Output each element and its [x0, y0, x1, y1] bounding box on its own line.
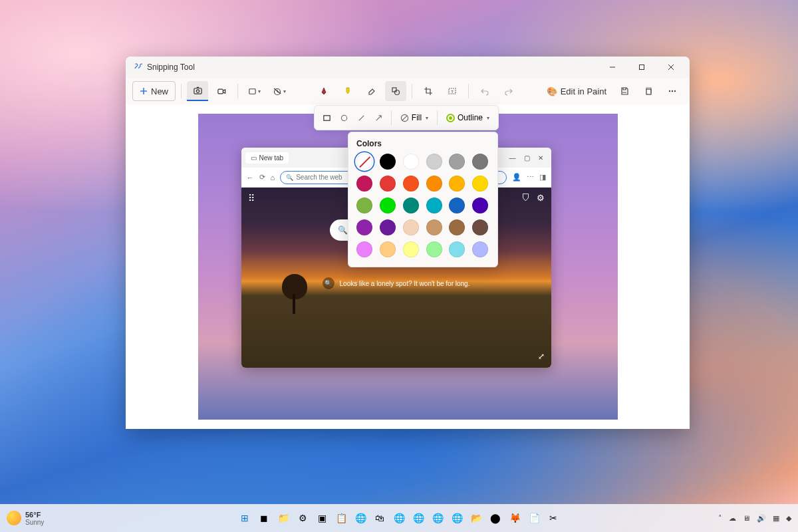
color-swatch-tan[interactable] — [426, 219, 442, 235]
taskbar-firefox[interactable]: 🦊 — [506, 509, 523, 527]
color-swatch-yellow[interactable] — [472, 176, 488, 192]
tray-chevron-icon[interactable]: ˄ — [718, 514, 722, 523]
color-panel: Colors — [348, 132, 498, 267]
crop-button[interactable] — [418, 81, 439, 101]
taskbar-store[interactable]: 🛍 — [371, 509, 388, 527]
main-toolbar: New ▾ ▾ T 🎨 Edit in Paint — [126, 78, 690, 104]
close-button[interactable] — [656, 57, 686, 77]
save-button[interactable] — [614, 81, 635, 101]
edit-in-paint-button[interactable]: 🎨 Edit in Paint — [542, 81, 611, 101]
taskbar-terminal[interactable]: ▣ — [313, 509, 331, 527]
system-tray[interactable]: ˄ ☁ 🖥 🔊 ▦ ◆ — [718, 514, 791, 523]
highlighter-tool-button[interactable] — [337, 81, 358, 101]
color-swatch-white[interactable] — [403, 154, 419, 170]
screenshot-mode-button[interactable] — [187, 81, 208, 101]
refresh-icon: ⟳ — [259, 173, 265, 182]
taskbar-settings[interactable]: ⚙ — [294, 509, 311, 527]
taskbar-app-5[interactable]: 🌐 — [429, 509, 446, 527]
color-swatch-no-color[interactable] — [356, 154, 372, 170]
fill-dropdown[interactable]: Fill ▾ — [396, 108, 433, 127]
color-swatch-light-yellow[interactable] — [403, 241, 419, 257]
color-swatch-amber[interactable] — [449, 176, 465, 192]
maximize-button[interactable] — [627, 57, 656, 77]
expand-icon: ⤢ — [538, 352, 545, 361]
color-swatch-peach[interactable] — [403, 219, 419, 235]
color-swatch-cyan[interactable] — [426, 198, 442, 213]
outline-color-indicator — [446, 114, 455, 122]
redo-button[interactable] — [498, 81, 519, 101]
video-mode-button[interactable] — [211, 81, 232, 101]
copy-button[interactable] — [638, 81, 659, 101]
start-button[interactable]: ⊞ — [236, 509, 253, 527]
color-swatch-dark-orange[interactable] — [426, 176, 442, 192]
volume-icon[interactable]: 🔊 — [757, 514, 766, 523]
taskbar-explorer[interactable]: 📁 — [275, 509, 292, 527]
color-swatch-dark-gray[interactable] — [472, 154, 488, 170]
color-swatch-dark-purple[interactable] — [380, 219, 396, 235]
onedrive-icon[interactable]: ☁ — [729, 514, 736, 523]
inner-more-icon: ⋯ — [527, 173, 534, 182]
taskbar-snipping[interactable]: ✂ — [545, 509, 562, 527]
color-swatch-black[interactable] — [380, 154, 396, 170]
delay-dropdown[interactable]: ▾ — [268, 81, 291, 101]
arrow-shape-button[interactable] — [371, 108, 387, 127]
app-icon — [132, 62, 143, 72]
taskbar-app-4[interactable]: 🌐 — [410, 509, 427, 527]
taskbar-app-1[interactable]: ◼ — [255, 509, 273, 527]
shapes-tool-button[interactable] — [385, 81, 406, 101]
taskbar-edge[interactable]: 🌐 — [352, 509, 369, 527]
snip-mode-dropdown[interactable]: ▾ — [243, 81, 265, 101]
network-icon[interactable]: 🖥 — [743, 514, 750, 522]
taskbar[interactable]: 56°F Sunny ⊞ ◼ 📁 ⚙ ▣ 📋 🌐 🛍 🌐 🌐 🌐 🌐 📂 ⬤ 🦊… — [0, 504, 798, 532]
pen-tool-button[interactable] — [313, 81, 334, 101]
color-swatch-red[interactable] — [380, 176, 396, 192]
color-swatch-dark-pink[interactable] — [356, 176, 372, 192]
svg-rect-11 — [646, 89, 651, 94]
settings-gear-icon: ⚙ — [537, 193, 545, 203]
taskbar-app-6[interactable]: 🌐 — [448, 509, 466, 527]
outline-dropdown[interactable]: Outline ▾ — [442, 108, 494, 127]
circle-shape-button[interactable] — [336, 108, 352, 127]
svg-rect-15 — [323, 115, 329, 120]
taskbar-word[interactable]: 📄 — [525, 509, 543, 527]
color-swatch-blue[interactable] — [449, 198, 465, 213]
svg-line-19 — [402, 115, 407, 120]
text-actions-button[interactable]: T — [442, 81, 463, 101]
color-swatch-purple[interactable] — [356, 219, 372, 235]
new-button[interactable]: New — [132, 81, 176, 101]
tray-misc-icon[interactable]: ◆ — [786, 514, 791, 523]
rewards-icon: ⛉ — [521, 193, 530, 203]
color-swatch-light-orange[interactable] — [380, 241, 396, 257]
color-swatch-indigo[interactable] — [472, 198, 488, 213]
color-swatch-gray[interactable] — [449, 154, 465, 170]
svg-rect-5 — [249, 88, 255, 93]
color-swatch-orange[interactable] — [403, 176, 419, 192]
color-swatch-dark-brown[interactable] — [472, 219, 488, 235]
color-swatch-light-blue[interactable] — [472, 241, 488, 257]
color-swatch-brown[interactable] — [449, 219, 465, 235]
taskbar-app-7[interactable]: 📂 — [467, 509, 485, 527]
back-icon: ← — [247, 174, 254, 182]
color-swatch-teal[interactable] — [403, 198, 419, 213]
line-shape-button[interactable] — [353, 108, 369, 127]
more-button[interactable] — [662, 81, 683, 101]
color-swatch-green[interactable] — [380, 198, 396, 213]
browser-tab-label: New tab — [259, 154, 284, 162]
color-swatch-olive[interactable] — [356, 198, 372, 213]
rectangle-shape-button[interactable] — [319, 108, 334, 127]
color-swatch-light-gray[interactable] — [426, 154, 442, 170]
minimize-button[interactable] — [598, 57, 627, 77]
taskbar-chrome[interactable]: ⬤ — [487, 509, 504, 527]
taskbar-app-3[interactable]: 🌐 — [390, 509, 408, 527]
tray-app-icon[interactable]: ▦ — [773, 514, 779, 523]
undo-button[interactable] — [474, 81, 495, 101]
taskbar-app-2[interactable]: 📋 — [332, 509, 350, 527]
color-swatch-light-purple[interactable] — [356, 241, 372, 257]
eraser-tool-button[interactable] — [361, 81, 382, 101]
svg-point-12 — [669, 90, 670, 92]
color-swatch-light-cyan[interactable] — [449, 241, 465, 257]
weather-widget[interactable]: 56°F Sunny — [7, 511, 44, 526]
color-panel-title: Colors — [356, 139, 489, 148]
svg-point-13 — [672, 90, 673, 92]
color-swatch-light-green[interactable] — [426, 241, 442, 257]
